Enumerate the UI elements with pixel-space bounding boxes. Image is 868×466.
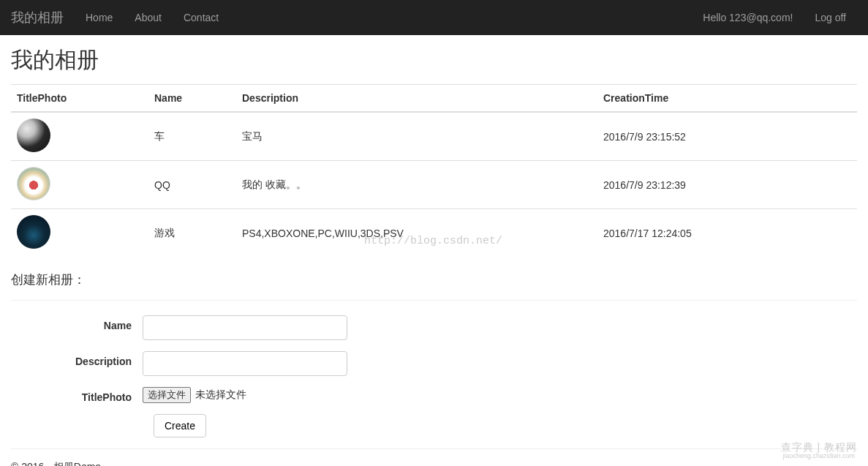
cell-creationtime: 2016/7/9 23:12:39 [597, 161, 857, 209]
th-name: Name [148, 85, 236, 113]
logoff-link[interactable]: Log off [804, 12, 857, 23]
create-heading: 创建新相册： [11, 271, 857, 288]
th-description: Description [236, 85, 597, 113]
table-row: 游戏 PS4,XBOXONE,PC,WIIU,3DS,PSV 2016/7/17… [11, 209, 857, 258]
form-group-name: Name [11, 315, 857, 340]
table-row: 车 宝马 2016/7/9 23:15:52 [11, 112, 857, 161]
cell-description: PS4,XBOXONE,PC,WIIU,3DS,PSV [236, 209, 597, 258]
album-thumbnail-icon[interactable] [17, 215, 50, 249]
nav-link-about[interactable]: About [124, 12, 173, 23]
cell-name: 车 [148, 112, 236, 161]
main-container: 我的相册 TitlePhoto Name Description Creatio… [0, 35, 868, 466]
form-group-titlephoto: TitlePhoto 选择文件 未选择文件 [11, 387, 857, 403]
cell-name: 游戏 [148, 209, 236, 258]
cell-name: QQ [148, 161, 236, 209]
albums-table: TitlePhoto Name Description CreationTime… [11, 84, 857, 257]
cell-creationtime: 2016/7/9 23:15:52 [597, 112, 857, 161]
page-title: 我的相册 [11, 45, 857, 75]
label-titlephoto: TitlePhoto [11, 387, 143, 403]
table-row: QQ 我的 收藏。。 2016/7/9 23:12:39 [11, 161, 857, 209]
footer-divider [11, 448, 857, 449]
file-status-text: 未选择文件 [195, 388, 246, 402]
navbar-right: Hello 123@qq.com! Log off [692, 12, 857, 23]
navbar-brand[interactable]: 我的相册 [11, 9, 75, 26]
file-input[interactable]: 选择文件 未选择文件 [143, 387, 246, 403]
label-description: Description [11, 351, 143, 367]
cell-description: 宝马 [236, 112, 597, 161]
table-header-row: TitlePhoto Name Description CreationTime [11, 85, 857, 113]
form-group-description: Description [11, 351, 857, 376]
create-button[interactable]: Create [154, 414, 206, 437]
form-group-submit: Create [11, 414, 857, 437]
create-album-form: Name Description TitlePhoto 选择文件 未选择文件 C… [11, 315, 857, 437]
th-creationtime: CreationTime [597, 85, 857, 113]
cell-description: 我的 收藏。。 [236, 161, 597, 209]
greeting-text[interactable]: Hello 123@qq.com! [692, 12, 804, 23]
footer-text: © 2016 - 相册Demo [11, 461, 857, 466]
cell-creationtime: 2016/7/17 12:24:05 [597, 209, 857, 258]
file-choose-button[interactable]: 选择文件 [143, 387, 191, 403]
navbar: 我的相册 Home About Contact Hello 123@qq.com… [0, 0, 868, 35]
label-name: Name [11, 315, 143, 331]
name-input[interactable] [143, 315, 347, 340]
navbar-left: 我的相册 Home About Contact [11, 9, 230, 26]
nav-link-contact[interactable]: Contact [173, 12, 230, 23]
album-thumbnail-icon[interactable] [17, 119, 50, 152]
th-titlephoto: TitlePhoto [11, 85, 148, 113]
divider [11, 300, 857, 301]
description-input[interactable] [143, 351, 347, 376]
album-thumbnail-icon[interactable] [17, 167, 50, 200]
nav-link-home[interactable]: Home [75, 12, 124, 23]
